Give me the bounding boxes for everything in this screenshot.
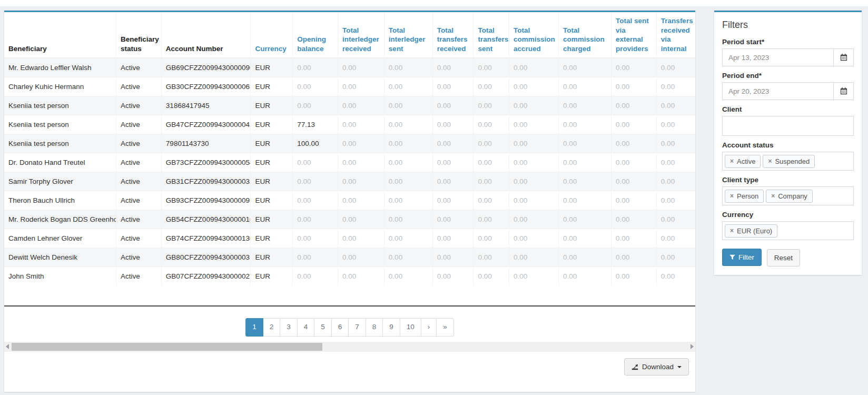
scroll-left-arrow-icon[interactable] — [6, 344, 9, 349]
amount-cell: 0.00 — [384, 153, 432, 172]
column-header-currency[interactable]: Currency — [251, 12, 293, 58]
account-number-cell: GB73CFZZ00994300000542 — [161, 153, 251, 172]
beneficiary-cell: Kseniia test person — [4, 115, 116, 134]
horizontal-scrollbar[interactable] — [4, 342, 695, 352]
pagination-next[interactable]: › — [421, 318, 437, 337]
column-header-total-commission-charged[interactable]: Total commission charged — [558, 12, 611, 58]
filters-title: Filters — [722, 19, 854, 31]
period-start-input[interactable] — [722, 48, 834, 66]
amount-cell: 0.00 — [432, 58, 474, 77]
amount-cell: 0.00 — [474, 153, 509, 172]
account-status-select[interactable]: ×Active×Suspended — [722, 152, 854, 171]
beneficiaries-report-card: BeneficiaryBeneficiary statusAccount Num… — [4, 11, 695, 392]
tag-label: Suspended — [775, 157, 810, 165]
currency-cell: EUR — [251, 267, 293, 286]
tag-remove-icon[interactable]: × — [771, 193, 775, 199]
page-button-7[interactable]: 7 — [349, 318, 366, 337]
tag-remove-icon[interactable]: × — [730, 228, 734, 234]
amount-cell: 0.00 — [474, 267, 509, 286]
column-header-total-transfers-received[interactable]: Total transfers received — [432, 12, 474, 58]
account-number-cell: 79801143730 — [161, 134, 251, 153]
amount-cell: 0.00 — [509, 115, 558, 134]
status-cell: Active — [116, 191, 162, 210]
amount-cell: 0.00 — [656, 134, 695, 153]
amount-cell: 0.00 — [293, 229, 338, 248]
pagination-last[interactable]: » — [437, 318, 454, 337]
tag-label: EUR (Euro) — [737, 227, 772, 235]
amount-cell: 0.00 — [293, 172, 338, 191]
status-cell: Active — [116, 58, 162, 77]
beneficiary-cell: Kseniia test person — [4, 96, 116, 115]
beneficiary-cell: Theron Bauch Ullrich — [4, 191, 116, 210]
table-row: Dewitt Welch DenesikActiveGB80CFZZ009943… — [4, 248, 695, 267]
tag-remove-icon[interactable]: × — [730, 193, 734, 199]
amount-cell: 0.00 — [558, 96, 611, 115]
tag-company: ×Company — [766, 190, 813, 203]
account-number-cell: GB07CFZZ00994300000275 — [161, 267, 251, 286]
page-button-10[interactable]: 10 — [400, 318, 421, 337]
tag-remove-icon[interactable]: × — [768, 158, 772, 164]
period-start-calendar-button[interactable] — [834, 48, 854, 66]
amount-cell: 0.00 — [338, 58, 384, 77]
tag-remove-icon[interactable]: × — [730, 158, 734, 164]
column-header-total-interledger-received[interactable]: Total interledger received — [338, 12, 384, 58]
amount-cell: 0.00 — [293, 191, 338, 210]
header-row: BeneficiaryBeneficiary statusAccount Num… — [4, 12, 695, 58]
period-end-calendar-button[interactable] — [834, 82, 854, 100]
client-type-select[interactable]: ×Person×Company — [722, 186, 854, 205]
table-row: Kseniia test personActive31868417945EUR0… — [4, 96, 695, 115]
status-cell: Active — [116, 267, 162, 286]
amount-cell: 0.00 — [293, 58, 338, 77]
status-cell: Active — [116, 96, 162, 115]
page-button-9[interactable]: 9 — [383, 318, 400, 337]
filter-button[interactable]: Filter — [722, 249, 762, 266]
amount-cell: 0.00 — [432, 191, 474, 210]
account-number-cell: 31868417945 — [161, 96, 251, 115]
page-button-4[interactable]: 4 — [298, 318, 315, 337]
amount-cell: 0.00 — [384, 96, 432, 115]
column-header-total-sent-via-external-providers[interactable]: Total sent via external providers — [611, 12, 657, 58]
amount-cell: 0.00 — [509, 58, 558, 77]
page-button-5[interactable]: 5 — [314, 318, 332, 337]
amount-cell: 0.00 — [509, 134, 558, 153]
status-cell: Active — [116, 115, 162, 134]
amount-cell: 0.00 — [611, 191, 657, 210]
reset-button[interactable]: Reset — [767, 249, 800, 266]
amount-cell: 0.00 — [656, 58, 695, 77]
amount-cell: 0.00 — [656, 267, 695, 286]
amount-cell: 0.00 — [432, 229, 474, 248]
amount-cell: 0.00 — [474, 248, 509, 267]
page-button-6[interactable]: 6 — [332, 318, 349, 337]
beneficiary-cell: Dewitt Welch Denesik — [4, 248, 116, 267]
period-end-input[interactable] — [722, 82, 834, 100]
currency-select[interactable]: ×EUR (Euro) — [722, 221, 854, 240]
page-button-3[interactable]: 3 — [280, 318, 298, 337]
amount-cell: 0.00 — [656, 172, 695, 191]
amount-cell: 0.00 — [656, 248, 695, 267]
client-input[interactable] — [722, 116, 854, 136]
page-button-1[interactable]: 1 — [245, 318, 263, 337]
column-header-total-transfers-sent[interactable]: Total transfers sent — [474, 12, 509, 58]
status-cell: Active — [116, 134, 162, 153]
calendar-icon — [840, 54, 847, 61]
currency-cell: EUR — [251, 172, 293, 191]
scroll-right-arrow-icon[interactable] — [691, 344, 694, 349]
column-header-total-interledger-sent[interactable]: Total interledger sent — [384, 12, 432, 58]
account-number-cell: GB74CFZZ00994300001300 — [161, 229, 251, 248]
page-button-8[interactable]: 8 — [366, 318, 383, 337]
column-header-total-commission-accrued[interactable]: Total commission accrued — [509, 12, 558, 58]
amount-cell: 0.00 — [656, 77, 695, 96]
amount-cell: 0.00 — [474, 115, 509, 134]
download-button[interactable]: Download — [624, 358, 689, 376]
period-end-label: Period end* — [722, 72, 854, 80]
scrollbar-thumb[interactable] — [12, 343, 322, 351]
amount-cell: 0.00 — [432, 153, 474, 172]
amount-cell: 0.00 — [509, 229, 558, 248]
column-header-transfers-received-via-internal[interactable]: Transfers received via internal — [656, 12, 695, 58]
card-footer: Download — [4, 352, 695, 382]
column-header-opening-balance[interactable]: Opening balance — [293, 12, 338, 58]
amount-cell: 0.00 — [384, 172, 432, 191]
amount-cell: 0.00 — [509, 96, 558, 115]
page-button-2[interactable]: 2 — [263, 318, 281, 337]
amount-cell: 0.00 — [558, 134, 611, 153]
